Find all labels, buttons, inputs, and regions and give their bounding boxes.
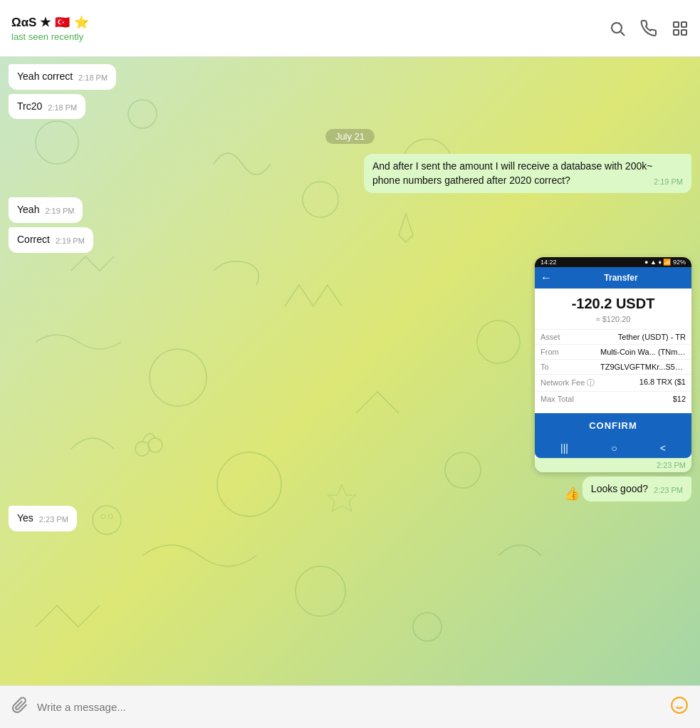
messages-list: Yeah correct 2:18 PM Trc20 2:18 PM July … bbox=[0, 57, 700, 685]
confirm-button[interactable]: CONFIRM bbox=[535, 413, 691, 438]
contact-info: ΩαS ★ 🇹🇷 ⭐ last seen recently bbox=[11, 15, 609, 42]
svg-rect-5 bbox=[674, 30, 679, 35]
svg-rect-3 bbox=[681, 22, 686, 27]
transfer-row: Asset Tether (USDT) - TR bbox=[535, 329, 691, 344]
contact-status: last seen recently bbox=[11, 31, 609, 42]
search-icon[interactable] bbox=[609, 20, 626, 37]
back-arrow-icon[interactable]: ← bbox=[540, 271, 552, 284]
transfer-row: Max Total $12 bbox=[535, 391, 691, 406]
message-bubble: And after I sent the amount I will recei… bbox=[364, 154, 691, 193]
message-bubble: Trc20 2:18 PM bbox=[9, 94, 85, 120]
transfer-details: -120.2 USDT ≈ $120.20 Asset Tether (USDT… bbox=[535, 288, 691, 458]
transfer-row: From Multi-Coin Wa... (TNmT...Gi bbox=[535, 344, 691, 359]
chat-header: ΩαS ★ 🇹🇷 ⭐ last seen recently bbox=[0, 0, 700, 57]
transfer-row: To TZ9GLVGFTMKr...S5USivR7G8 bbox=[535, 359, 691, 374]
thumbs-up-emoji: 👍 bbox=[564, 486, 580, 501]
more-icon[interactable] bbox=[672, 20, 689, 37]
message-bubble: Yes 2:23 PM bbox=[9, 506, 77, 531]
message-bubble: Correct 2:19 PM bbox=[9, 227, 93, 253]
message-input-bar bbox=[0, 685, 700, 728]
svg-line-1 bbox=[621, 31, 625, 36]
android-nav: ||| ○ < bbox=[535, 438, 691, 458]
svg-point-21 bbox=[672, 697, 687, 713]
message-time: 2:23 PM bbox=[535, 458, 691, 472]
reaction-message: 👍 Looks good? 2:23 PM bbox=[564, 477, 691, 502]
message-bubble: Yeah 2:19 PM bbox=[9, 197, 83, 223]
message-bubble: Yeah correct 2:18 PM bbox=[9, 64, 116, 90]
transfer-screenshot: 14:22 ● ▲ ♦ 📶 92% ← Transfer -120.2 USDT… bbox=[535, 257, 691, 472]
contact-name: ΩαS ★ 🇹🇷 ⭐ bbox=[11, 15, 609, 30]
status-bar: 14:22 ● ▲ ♦ 📶 92% bbox=[535, 257, 691, 267]
date-separator: July 21 bbox=[9, 129, 691, 144]
svg-rect-4 bbox=[681, 30, 686, 35]
phone-icon[interactable] bbox=[640, 20, 657, 37]
message-input[interactable] bbox=[37, 701, 662, 713]
transfer-row: Network Fee ⓘ 16.8 TRX ($1 bbox=[535, 374, 691, 391]
message-bubble: Looks good? 2:23 PM bbox=[583, 477, 691, 502]
header-actions bbox=[609, 20, 689, 37]
svg-point-0 bbox=[612, 23, 622, 33]
chat-background: Yeah correct 2:18 PM Trc20 2:18 PM July … bbox=[0, 57, 700, 685]
emoji-icon[interactable] bbox=[670, 696, 689, 719]
svg-rect-2 bbox=[674, 22, 679, 27]
attach-icon[interactable] bbox=[11, 697, 28, 718]
transfer-header: ← Transfer bbox=[535, 267, 691, 288]
